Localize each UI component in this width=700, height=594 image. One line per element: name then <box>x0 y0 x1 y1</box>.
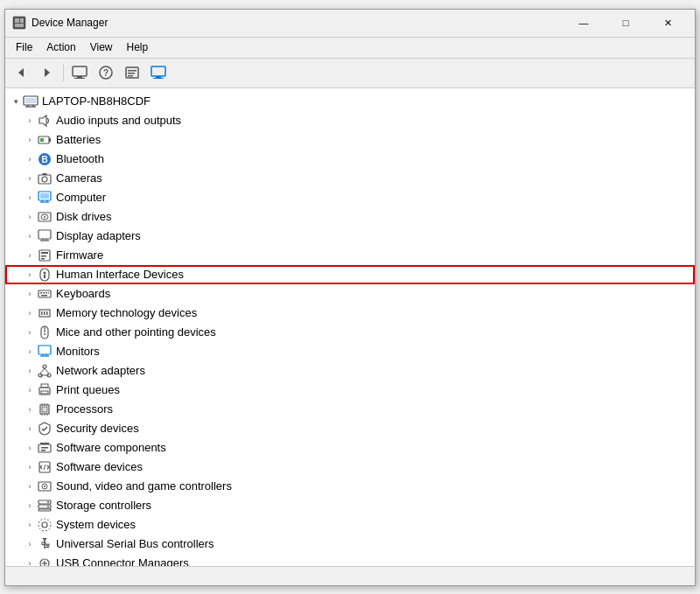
svg-point-97 <box>47 501 49 503</box>
arrow-softwaredev: › <box>23 463 37 472</box>
svg-rect-47 <box>41 258 45 260</box>
svg-point-39 <box>44 216 46 218</box>
svg-rect-86 <box>40 443 49 444</box>
tree-item-memory[interactable]: ›Memory technology devices <box>5 304 695 323</box>
forward-button[interactable] <box>35 61 60 84</box>
icon-audio <box>37 113 52 129</box>
svg-point-93 <box>44 486 46 487</box>
window-title: Device Manager <box>32 17 564 29</box>
arrow-system: › <box>23 521 37 529</box>
menu-help[interactable]: Help <box>120 38 156 58</box>
tree-item-hid[interactable]: ›Human Interface Devices <box>5 265 695 284</box>
device-tree: ▾ LAPTOP-NB8H8CDF ›Audio inputs and outp… <box>5 88 695 566</box>
label-softwaredev: Software devices <box>56 460 143 473</box>
svg-rect-78 <box>42 407 47 412</box>
tree-item-audio[interactable]: ›Audio inputs and outputs <box>5 111 695 130</box>
tree-item-monitors[interactable]: ›Monitors <box>5 342 695 361</box>
icon-cameras <box>37 171 52 186</box>
svg-rect-7 <box>77 76 82 78</box>
tree-item-print[interactable]: ›Print queues <box>5 381 695 400</box>
minimize-button[interactable]: — <box>564 10 604 35</box>
svg-rect-64 <box>38 346 51 354</box>
icon-softwaredev <box>37 459 52 475</box>
svg-rect-17 <box>153 78 164 79</box>
device-manager-window: Device Manager — □ ✕ File Action View He… <box>4 9 696 586</box>
icon-monitors <box>37 344 52 360</box>
back-button[interactable] <box>9 61 33 84</box>
arrow-display: › <box>23 232 37 241</box>
icon-security <box>37 421 52 437</box>
tree-item-security[interactable]: ›Security devices <box>5 419 695 438</box>
svg-rect-45 <box>41 252 48 254</box>
svg-rect-36 <box>40 193 49 199</box>
svg-rect-1 <box>15 18 19 23</box>
tree-item-cameras[interactable]: ›Cameras <box>5 169 695 188</box>
tree-item-display[interactable]: ›Display adapters <box>5 227 695 246</box>
icon-sound <box>37 479 52 494</box>
arrow-memory: › <box>23 309 37 318</box>
tree-item-usbconn[interactable]: ›USB Connector Managers <box>5 554 695 566</box>
tree-item-system[interactable]: ›System devices <box>5 515 695 535</box>
tree-item-softwarecomp[interactable]: ›Software components <box>5 438 695 458</box>
close-button[interactable]: ✕ <box>648 10 688 35</box>
label-softwarecomp: Software components <box>56 441 166 454</box>
icon-network <box>37 363 52 379</box>
svg-rect-26 <box>40 138 44 142</box>
svg-rect-22 <box>25 98 36 103</box>
toolbar: ? <box>5 59 695 88</box>
tree-root[interactable]: ▾ LAPTOP-NB8H8CDF <box>5 92 695 111</box>
svg-rect-40 <box>38 230 51 239</box>
tree-item-usb[interactable]: ›Universal Serial Bus controllers <box>5 535 695 554</box>
svg-point-99 <box>42 522 47 528</box>
show-devices-button[interactable] <box>67 61 92 84</box>
help-button[interactable]: ? <box>94 61 118 84</box>
svg-rect-60 <box>46 311 48 315</box>
properties-button[interactable] <box>120 61 144 84</box>
tree-item-disk[interactable]: ›Disk drives <box>5 207 695 227</box>
tree-item-softwaredev[interactable]: ›Software devices <box>5 458 695 477</box>
tree-item-processors[interactable]: ›Processors <box>5 400 695 419</box>
root-label: LAPTOP-NB8H8CDF <box>42 94 150 108</box>
menu-view[interactable]: View <box>83 38 120 58</box>
arrow-usbconn: › <box>23 559 37 566</box>
tree-item-batteries[interactable]: ›Batteries <box>5 130 695 150</box>
arrow-sound: › <box>23 482 37 491</box>
svg-rect-96 <box>38 509 51 511</box>
svg-rect-87 <box>41 447 48 449</box>
arrow-batteries: › <box>23 136 37 144</box>
tree-item-firmware[interactable]: ›Firmware <box>5 246 695 265</box>
menu-action[interactable]: Action <box>39 38 82 58</box>
svg-rect-51 <box>38 290 51 297</box>
menu-file[interactable]: File <box>9 38 39 58</box>
svg-rect-52 <box>40 292 42 294</box>
svg-rect-54 <box>46 292 47 294</box>
label-monitors: Monitors <box>56 345 100 358</box>
svg-rect-76 <box>41 391 48 394</box>
svg-point-107 <box>47 546 49 548</box>
label-storage: Storage controllers <box>56 499 151 512</box>
svg-rect-50 <box>44 275 46 278</box>
tree-item-bluetooth[interactable]: ›BBluetooth <box>5 150 695 169</box>
tree-item-keyboards[interactable]: ›Keyboards <box>5 284 695 304</box>
arrow-network: › <box>23 367 37 375</box>
icon-processors <box>37 402 52 417</box>
tree-item-sound[interactable]: ›Sound, video and game controllers <box>5 477 695 496</box>
maximize-button[interactable]: □ <box>606 10 646 35</box>
arrow-hid: › <box>23 270 37 279</box>
monitor-button[interactable] <box>146 61 171 84</box>
svg-point-49 <box>44 271 46 274</box>
label-system: System devices <box>56 518 136 531</box>
icon-usb <box>37 536 52 552</box>
svg-rect-25 <box>49 138 51 142</box>
tree-item-mice[interactable]: ›Mice and other pointing devices <box>5 323 695 342</box>
tree-item-storage[interactable]: ›Storage controllers <box>5 496 695 515</box>
tree-item-computer[interactable]: ›Computer <box>5 188 695 207</box>
arrow-print: › <box>23 386 37 395</box>
icon-storage <box>37 498 52 514</box>
arrow-cameras: › <box>23 174 37 183</box>
svg-marker-102 <box>42 538 47 541</box>
svg-rect-75 <box>41 384 48 388</box>
tree-item-network[interactable]: ›Network adapters <box>5 361 695 381</box>
arrow-firmware: › <box>23 251 37 260</box>
label-keyboards: Keyboards <box>56 287 110 300</box>
